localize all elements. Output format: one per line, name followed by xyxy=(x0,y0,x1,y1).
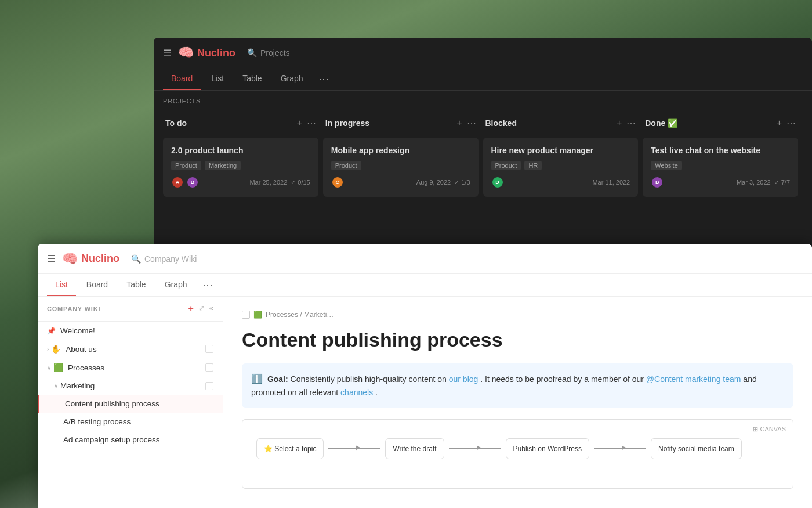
card-product-launch[interactable]: 2.0 product launch Product Marketing A B… xyxy=(163,138,318,197)
bottom-hamburger-icon[interactable]: ☰ xyxy=(47,253,55,264)
breadcrumb-icon: 🟩 xyxy=(253,311,262,319)
sidebar-item-aboutus-label: About us xyxy=(66,345,96,354)
avatar-4: D xyxy=(491,176,504,189)
flow-arrow-2 xyxy=(444,448,506,449)
card-mobile-redesign[interactable]: Mobile app redesign Product C Aug 9, 202… xyxy=(323,138,478,197)
bottom-nav-tabs: List Board Table Graph ⋯ xyxy=(38,274,812,297)
sidebar-item-marketing[interactable]: ∨ Marketing xyxy=(38,377,223,395)
col-done-add-icon[interactable]: + xyxy=(777,118,782,128)
bottom-tab-list[interactable]: List xyxy=(47,274,76,296)
canvas-area: ⊞ CANVAS ⭐ Select a topic xyxy=(242,419,793,489)
col-todo-add-icon[interactable]: + xyxy=(296,118,302,128)
flow-label-3: Publish on WordPress xyxy=(513,445,582,453)
top-topbar: ☰ 🧠 Nuclino 🔍 Projects xyxy=(154,38,812,68)
col-inprogress-header: In progress + ⋯ xyxy=(323,113,478,133)
sidebar-item-processes-label: Processes xyxy=(68,363,104,372)
tag-product-3: Product xyxy=(491,161,521,170)
avatar-2: B xyxy=(186,176,199,189)
top-logo-area: 🧠 Nuclino xyxy=(178,45,235,60)
avatar-3: C xyxy=(331,176,344,189)
sidebar-item-ad-campaign[interactable]: Ad campaign setup process xyxy=(38,431,223,449)
col-inprogress-more-icon[interactable]: ⋯ xyxy=(467,117,476,128)
sidebar-collapse-icon[interactable]: « xyxy=(209,304,213,314)
col-todo-actions: + ⋯ xyxy=(296,117,316,128)
info-link-team[interactable]: @Content marketing team xyxy=(646,374,741,384)
tag-product-2: Product xyxy=(331,161,361,170)
card-hire-manager[interactable]: Hire new product manager Product HR D Ma… xyxy=(483,138,639,197)
bottom-tab-table[interactable]: Table xyxy=(118,274,154,296)
col-done-more-icon[interactable]: ⋯ xyxy=(786,117,796,128)
info-link-blog[interactable]: our blog xyxy=(449,374,478,384)
sidebar-title: COMPANY WIKI xyxy=(47,305,100,312)
col-blocked: Blocked + ⋯ Hire new product manager Pro… xyxy=(483,113,639,201)
bottom-tab-board[interactable]: Board xyxy=(78,274,116,296)
kanban-board: To do + ⋯ 2.0 product launch Product Mar… xyxy=(154,108,812,206)
canvas-label: ⊞ CANVAS xyxy=(753,426,786,433)
sidebar-item-processes[interactable]: ∨ 🟩 Processes xyxy=(38,358,223,377)
col-inprogress: In progress + ⋯ Mobile app redesign Prod… xyxy=(323,113,478,201)
tab-table[interactable]: Table xyxy=(234,68,270,90)
tab-graph[interactable]: Graph xyxy=(273,68,311,90)
aboutus-icon: ✋ xyxy=(51,344,61,354)
top-search-area[interactable]: 🔍 Projects xyxy=(247,48,290,57)
info-link-channels[interactable]: channels xyxy=(340,388,373,397)
sidebar-add-icon[interactable]: + xyxy=(188,304,193,314)
flow-label-2: Write the draft xyxy=(393,445,436,453)
canvas-icon: ⊞ xyxy=(753,426,758,433)
arrow-line-2 xyxy=(449,448,478,449)
sidebar-item-welcome[interactable]: 📌 Welcome! xyxy=(38,322,223,340)
info-text2: . It needs to be proofread by a member o… xyxy=(480,374,644,384)
sidebar-item-marketing-label: Marketing xyxy=(60,381,95,390)
tag-hr: HR xyxy=(524,161,542,170)
page-title: Content publishing process xyxy=(242,328,793,352)
bottom-tab-more-icon[interactable]: ⋯ xyxy=(198,274,217,296)
flow-icon-1: ⭐ xyxy=(264,445,274,453)
col-done-title: Done ✅ xyxy=(645,118,677,128)
flowchart: ⭐ Select a topic Write the draft xyxy=(252,429,784,469)
card-hire-manager-meta: Mar 11, 2022 xyxy=(592,179,630,186)
card-hire-manager-title: Hire new product manager xyxy=(491,146,630,155)
flow-box-4: Notify social media team xyxy=(651,438,742,459)
col-todo-more-icon[interactable]: ⋯ xyxy=(307,117,316,128)
top-logo-text: Nuclino xyxy=(197,47,235,59)
sidebar-item-aboutus[interactable]: › ✋ About us xyxy=(38,340,223,358)
tab-list[interactable]: List xyxy=(203,68,232,90)
sidebar-item-aboutus-checkbox[interactable] xyxy=(205,345,213,353)
progress-live-chat: ✓ 7/7 xyxy=(774,179,790,186)
flow-node-4: Notify social media team xyxy=(651,438,742,459)
col-blocked-add-icon[interactable]: + xyxy=(617,118,622,128)
expand-aboutus-icon: › xyxy=(47,346,49,352)
bottom-tab-graph[interactable]: Graph xyxy=(157,274,195,296)
main-content: COMPANY WIKI + ⤢ « 📌 Welcome! › ✋ About … xyxy=(38,297,812,503)
flow-arrow-3 xyxy=(589,448,651,449)
sidebar-expand-icon[interactable]: ⤢ xyxy=(198,304,205,314)
sidebar-item-ad-campaign-label: Ad campaign setup process xyxy=(63,435,160,444)
tab-board[interactable]: Board xyxy=(163,68,201,90)
card-product-launch-meta: Mar 25, 2022 ✓ 0/15 xyxy=(249,179,310,186)
sidebar-item-marketing-checkbox[interactable] xyxy=(205,382,213,390)
sidebar-item-content-publishing[interactable]: Content publishing process xyxy=(38,395,223,413)
hamburger-icon[interactable]: ☰ xyxy=(163,48,171,59)
bottom-brain-icon: 🧠 xyxy=(62,251,78,266)
card-product-launch-title: 2.0 product launch xyxy=(171,146,310,155)
tag-product: Product xyxy=(171,161,201,170)
tag-marketing: Marketing xyxy=(205,161,241,170)
col-inprogress-title: In progress xyxy=(325,118,369,128)
card-live-chat[interactable]: Test live chat on the website Website B … xyxy=(643,138,798,197)
card-mobile-redesign-tags: Product xyxy=(331,161,470,170)
sidebar-item-processes-checkbox[interactable] xyxy=(205,363,213,372)
arrow-line-1 xyxy=(328,448,357,449)
bottom-topbar: ☰ 🧠 Nuclino 🔍 Company Wiki xyxy=(38,244,812,274)
col-blocked-more-icon[interactable]: ⋯ xyxy=(626,117,636,128)
col-inprogress-add-icon[interactable]: + xyxy=(456,118,462,128)
projects-label: PROJECTS xyxy=(154,91,812,108)
flow-label-1: Select a topic xyxy=(274,445,316,453)
col-blocked-title: Blocked xyxy=(485,118,517,128)
flow-node-1: ⭐ Select a topic xyxy=(256,438,324,459)
card-live-chat-tags: Website xyxy=(651,161,790,170)
sidebar-item-ab-testing[interactable]: A/B testing process xyxy=(38,413,223,431)
tab-more-icon[interactable]: ⋯ xyxy=(314,68,334,90)
bottom-search-area[interactable]: 🔍 Company Wiki xyxy=(131,254,197,264)
avatar-5: B xyxy=(651,176,664,189)
col-todo-title: To do xyxy=(165,118,187,128)
